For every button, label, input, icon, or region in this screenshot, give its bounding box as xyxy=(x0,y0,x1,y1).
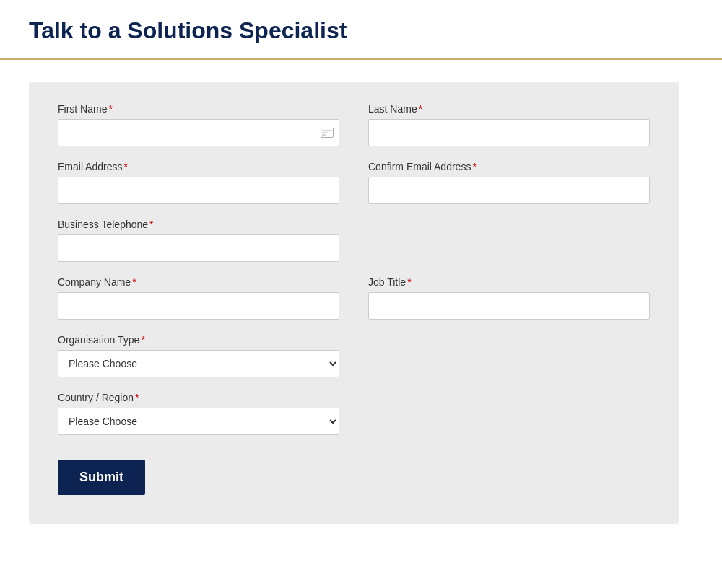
email-required: * xyxy=(123,161,127,172)
company-job-row: Company Name* Job Title* xyxy=(58,276,650,320)
page-title: Talk to a Solutions Specialist xyxy=(29,17,693,44)
country-region-group: Country / Region* Please Choose xyxy=(58,392,339,435)
page-content: First Name* Last Name xyxy=(0,60,722,545)
first-name-group: First Name* xyxy=(58,103,339,146)
organisation-type-select[interactable]: Please Choose xyxy=(58,350,339,377)
job-title-input[interactable] xyxy=(368,292,650,320)
form-container: First Name* Last Name xyxy=(29,82,679,524)
organisation-type-group: Organisation Type* Please Choose xyxy=(58,334,339,377)
telephone-group: Business Telephone* xyxy=(58,219,339,262)
page-header: Talk to a Solutions Specialist xyxy=(0,0,722,60)
organisation-type-label: Organisation Type* xyxy=(58,334,339,346)
company-name-group: Company Name* xyxy=(58,276,339,320)
country-region-required: * xyxy=(135,392,139,403)
company-name-input[interactable] xyxy=(58,292,339,320)
first-name-required: * xyxy=(108,103,112,115)
company-name-required: * xyxy=(132,276,136,288)
telephone-label: Business Telephone* xyxy=(58,219,339,230)
organisation-type-required: * xyxy=(141,334,144,346)
job-title-required: * xyxy=(407,276,411,288)
telephone-input[interactable] xyxy=(58,234,339,262)
confirm-email-group: Confirm Email Address* xyxy=(368,161,650,204)
first-name-label: First Name* xyxy=(58,103,339,115)
first-name-input-wrapper xyxy=(58,119,339,146)
telephone-row: Business Telephone* xyxy=(58,219,650,262)
last-name-label: Last Name* xyxy=(368,103,650,115)
country-region-label: Country / Region* xyxy=(58,392,339,403)
last-name-required: * xyxy=(419,103,422,115)
organisation-type-row: Organisation Type* Please Choose xyxy=(58,334,650,377)
first-name-input[interactable] xyxy=(58,119,339,146)
country-region-select[interactable]: Please Choose xyxy=(58,408,339,435)
confirm-email-required: * xyxy=(472,161,476,172)
job-title-group: Job Title* xyxy=(368,276,650,320)
name-row: First Name* Last Name xyxy=(58,103,650,146)
last-name-input[interactable] xyxy=(368,119,650,146)
email-label: Email Address* xyxy=(58,161,339,172)
country-region-row: Country / Region* Please Choose xyxy=(58,392,650,435)
submit-button[interactable]: Submit xyxy=(58,460,145,495)
last-name-group: Last Name* xyxy=(368,103,650,146)
job-title-label: Job Title* xyxy=(368,276,650,288)
email-row: Email Address* Confirm Email Address* xyxy=(58,161,650,204)
confirm-email-input[interactable] xyxy=(368,177,650,204)
email-input[interactable] xyxy=(58,177,339,204)
company-name-label: Company Name* xyxy=(58,276,339,288)
telephone-required: * xyxy=(149,219,153,230)
email-group: Email Address* xyxy=(58,161,339,204)
confirm-email-label: Confirm Email Address* xyxy=(368,161,650,172)
